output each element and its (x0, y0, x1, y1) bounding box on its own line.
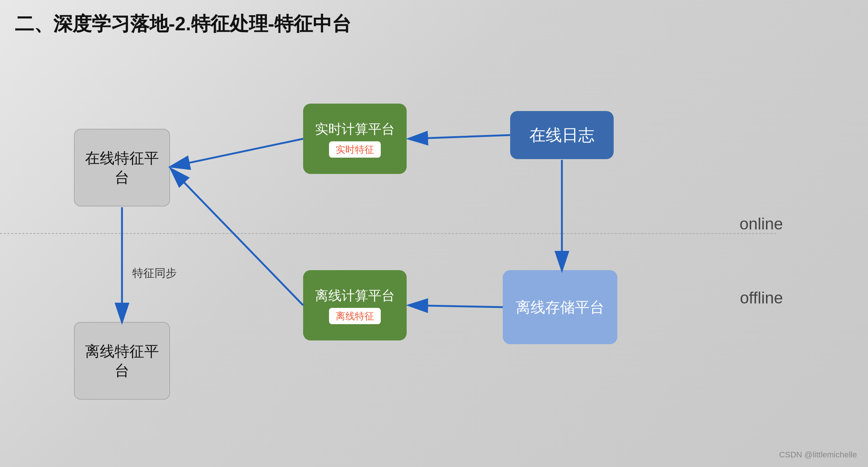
node-realtime-compute-sub: 实时特征 (329, 141, 381, 158)
svg-line-3 (410, 305, 503, 307)
label-online: online (740, 215, 783, 233)
svg-line-4 (172, 139, 303, 167)
node-offline-storage: 离线存储平台 (503, 270, 617, 344)
node-online-feature-text: 在线特征平台 (85, 148, 159, 187)
node-online-feature: 在线特征平台 (74, 129, 170, 206)
page-title: 二、深度学习落地-2.特征处理-特征中台 (15, 11, 351, 37)
divider-line (0, 233, 776, 234)
svg-line-1 (410, 135, 510, 139)
svg-line-5 (172, 169, 303, 305)
node-realtime-compute-title: 实时计算平台 (315, 120, 395, 138)
node-offline-compute: 离线计算平台 离线特征 (303, 270, 407, 340)
label-offline: offline (740, 289, 783, 307)
node-online-log: 在线日志 (510, 111, 614, 159)
node-online-log-label: 在线日志 (529, 124, 594, 146)
node-offline-feature-text: 离线特征平台 (85, 342, 159, 380)
sync-label: 特征同步 (132, 266, 177, 281)
watermark: CSDN @littlemichelle (779, 450, 857, 460)
node-offline-compute-sub: 离线特征 (329, 308, 381, 324)
node-offline-storage-text: 离线存储平台 (516, 298, 604, 317)
node-offline-feature: 离线特征平台 (74, 322, 170, 400)
node-realtime-compute: 实时计算平台 实时特征 (303, 104, 407, 174)
node-offline-compute-title: 离线计算平台 (315, 286, 395, 305)
